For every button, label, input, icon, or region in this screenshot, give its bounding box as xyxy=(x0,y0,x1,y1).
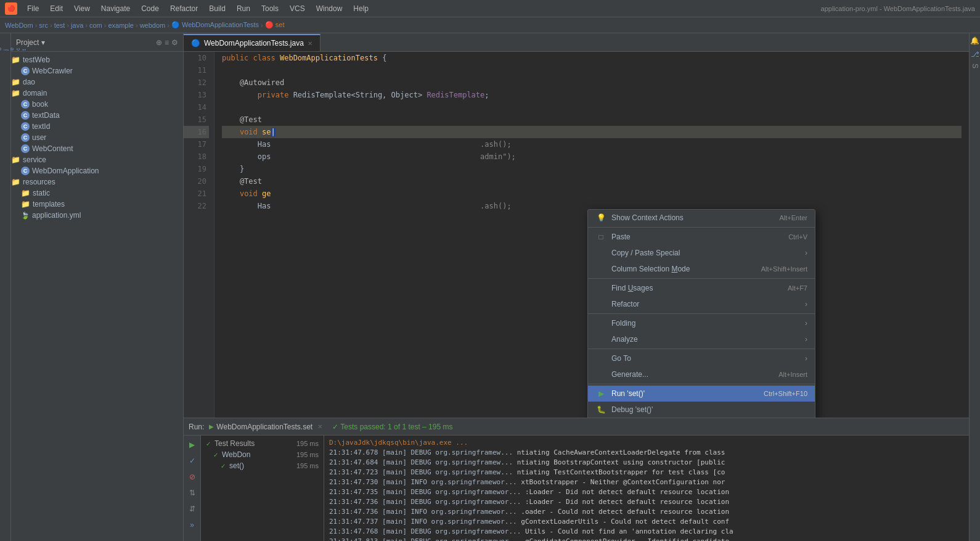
cm-find-usages[interactable]: Find Usages Alt+F7 xyxy=(588,280,815,296)
tree-item-templates[interactable]: 📁templates xyxy=(11,199,183,210)
cm-column-selection[interactable]: Column Selection Mode Alt+Shift+Insert xyxy=(588,261,815,277)
tree-label: dao xyxy=(23,78,35,86)
tree-item-textdata[interactable]: CtextData xyxy=(11,110,183,121)
editor-tab-label: WebDomApplicationTests.java xyxy=(204,39,304,47)
menu-run[interactable]: Run xyxy=(232,2,255,15)
tree-item-webdomapplication[interactable]: CWebDomApplication xyxy=(11,165,183,176)
menubar: 🔴 File Edit View Navigate Code Refactor … xyxy=(0,0,980,17)
settings-icon[interactable]: ⚙ xyxy=(171,38,178,47)
tree-item-resources[interactable]: 📁resources xyxy=(11,176,183,188)
run-item-results[interactable]: ✓ Test Results 195 ms xyxy=(203,438,321,449)
right-panel: 🔵 WebDomApplicationTests.java ✕ 10111213… xyxy=(184,33,969,541)
code-line-15: @Test xyxy=(222,114,962,126)
tree-item-domain[interactable]: 📁domain xyxy=(11,88,183,99)
run-log: D:\javaJdk\jdkqsq\bin\java.exe ... 21:31… xyxy=(324,436,969,541)
vcs-icon[interactable]: ⎇ xyxy=(971,50,979,59)
menu-build[interactable]: Build xyxy=(204,2,231,15)
run-item-webdom[interactable]: ✓ WebDon 195 ms xyxy=(203,449,321,460)
cm-debug-set[interactable]: 🐛 Debug 'set()' xyxy=(588,402,815,418)
cm-shortcut-paste: Ctrl+V xyxy=(788,233,807,241)
cm-paste[interactable]: □ Paste Ctrl+V xyxy=(588,229,815,245)
breadcrumb-com[interactable]: com xyxy=(89,22,102,29)
tree-item-user[interactable]: Cuser xyxy=(11,132,183,143)
breadcrumb-test[interactable]: test xyxy=(54,22,65,29)
log-line-4: 21:31:47.730 [main] INFO org.springframe… xyxy=(329,477,964,487)
editor-tab-main[interactable]: 🔵 WebDomApplicationTests.java ✕ xyxy=(184,34,321,51)
run-play-button[interactable]: ▶ xyxy=(186,438,199,452)
log-line-8: 21:31:47.737 [main] INFO org.springframe… xyxy=(329,517,964,527)
menu-code[interactable]: Code xyxy=(136,2,164,15)
code-line-10: public class WebDomApplicationTests { xyxy=(222,52,962,64)
cm-shortcut-generate: Alt+Insert xyxy=(778,371,807,378)
cm-run-set[interactable]: ▶ Run 'set()' Ctrl+Shift+F10 xyxy=(588,386,815,402)
breadcrumb-webdom[interactable]: WebDom xyxy=(5,22,33,29)
cm-copy-paste-special[interactable]: Copy / Paste Special › xyxy=(588,245,815,261)
tree-item-static[interactable]: 📁static xyxy=(11,188,183,199)
tree-item-testweb[interactable]: 📁testWeb xyxy=(11,54,183,65)
notifications-icon[interactable]: 🔔 xyxy=(970,36,979,45)
line-numbers: 1011121314 1516171819 202122 xyxy=(184,52,214,418)
breadcrumb-example[interactable]: example xyxy=(108,22,134,29)
cm-shortcut-run: Ctrl+Shift+F10 xyxy=(764,390,807,397)
breadcrumb: WebDom › src › test › java › com › examp… xyxy=(0,17,980,33)
menu-navigate[interactable]: Navigate xyxy=(96,2,135,15)
project-title: Project ▾ xyxy=(16,38,156,47)
breadcrumb-java[interactable]: java xyxy=(71,22,83,29)
cm-generate[interactable]: Generate... Alt+Insert xyxy=(588,366,815,382)
cm-folding[interactable]: Folding › xyxy=(588,315,815,331)
cm-label-goto: Go To xyxy=(611,354,800,363)
run-arrow-button[interactable]: » xyxy=(186,518,199,532)
cm-label-analyze: Analyze xyxy=(611,335,800,344)
project-panel: Project ▾ ⊕ ≡ ⚙ 📁testWebCWebCrawler📁dao📁… xyxy=(11,33,184,541)
app-icon: 🔴 xyxy=(5,2,17,15)
project-header-icons: ⊕ ≡ ⚙ xyxy=(156,38,178,47)
code-line-12: @Autowired xyxy=(222,76,962,89)
run-check-button[interactable]: ✓ xyxy=(186,454,199,468)
run-item-set[interactable]: ✓ set() 195 ms xyxy=(203,460,321,471)
run-tab-item[interactable]: ▶ WebDomApplicationTests.set ✕ xyxy=(209,423,322,431)
menu-refactor[interactable]: Refactor xyxy=(165,2,203,15)
tree-item-application-yml[interactable]: 🍃application.yml xyxy=(11,210,183,221)
menu-tools[interactable]: Tools xyxy=(256,2,284,15)
structure-icon[interactable]: S xyxy=(971,64,979,68)
tree-label: WebDomApplication xyxy=(32,167,99,175)
cm-label-folding: Folding xyxy=(611,319,800,328)
main-layout: Project Project ▾ ⊕ ≡ ⚙ 📁testWebCWebCraw… xyxy=(0,33,980,541)
cm-refactor[interactable]: Refactor › xyxy=(588,296,815,312)
log-line-7: 21:31:47.736 [main] INFO org.springframe… xyxy=(329,507,964,517)
tree-item-textid[interactable]: CtextId xyxy=(11,121,183,132)
cm-arrow-refactor: › xyxy=(805,300,807,308)
menu-file[interactable]: File xyxy=(22,2,44,15)
log-line-2: 21:31:47.684 [main] DEBUG org.springfram… xyxy=(329,458,964,468)
add-icon[interactable]: ⊕ xyxy=(156,38,162,47)
menu-window[interactable]: Window xyxy=(311,2,348,15)
menu-vcs[interactable]: VCS xyxy=(285,2,310,15)
tree-item-service[interactable]: 📁service xyxy=(11,154,183,165)
menu-view[interactable]: View xyxy=(69,2,95,15)
tree-item-book[interactable]: Cbook xyxy=(11,99,183,110)
run-sort2-button[interactable]: ⇵ xyxy=(186,502,199,516)
sidebar-tab-project[interactable]: Project xyxy=(1,36,10,61)
cm-show-context-actions[interactable]: 💡 Show Context Actions Alt+Enter xyxy=(588,210,815,226)
run-stop-button[interactable]: ⊘ xyxy=(186,470,199,484)
tree-item-webcrawler[interactable]: CWebCrawler xyxy=(11,65,183,76)
run-icon: ▶ xyxy=(595,389,606,398)
tree-label: user xyxy=(32,133,46,142)
cm-analyze[interactable]: Analyze › xyxy=(588,331,815,347)
run-sort-button[interactable]: ⇅ xyxy=(186,486,199,500)
breadcrumb-method[interactable]: 🔴 set xyxy=(265,21,285,29)
window-title: application-pro.yml - WebDomApplicationT… xyxy=(821,5,975,12)
tree-item-dao[interactable]: 📁dao xyxy=(11,76,183,88)
breadcrumb-class[interactable]: 🔵 WebDomApplicationTests xyxy=(171,21,259,29)
breadcrumb-webdom2[interactable]: webdom xyxy=(140,22,166,29)
tree-item-webcontent[interactable]: CWebContent xyxy=(11,143,183,154)
breadcrumb-src[interactable]: src xyxy=(39,22,48,29)
tab-close-button[interactable]: ✕ xyxy=(308,40,312,47)
menu-edit[interactable]: Edit xyxy=(45,2,68,15)
menu-help[interactable]: Help xyxy=(348,2,374,15)
collapse-icon[interactable]: ≡ xyxy=(165,38,169,47)
editor-area: 1011121314 1516171819 202122 public clas… xyxy=(184,52,969,418)
bottom-panel: Run: ▶ WebDomApplicationTests.set ✕ ✓ Te… xyxy=(184,418,969,541)
cm-go-to[interactable]: Go To › xyxy=(588,350,815,366)
cm-label-copy-paste: Copy / Paste Special xyxy=(611,249,800,257)
